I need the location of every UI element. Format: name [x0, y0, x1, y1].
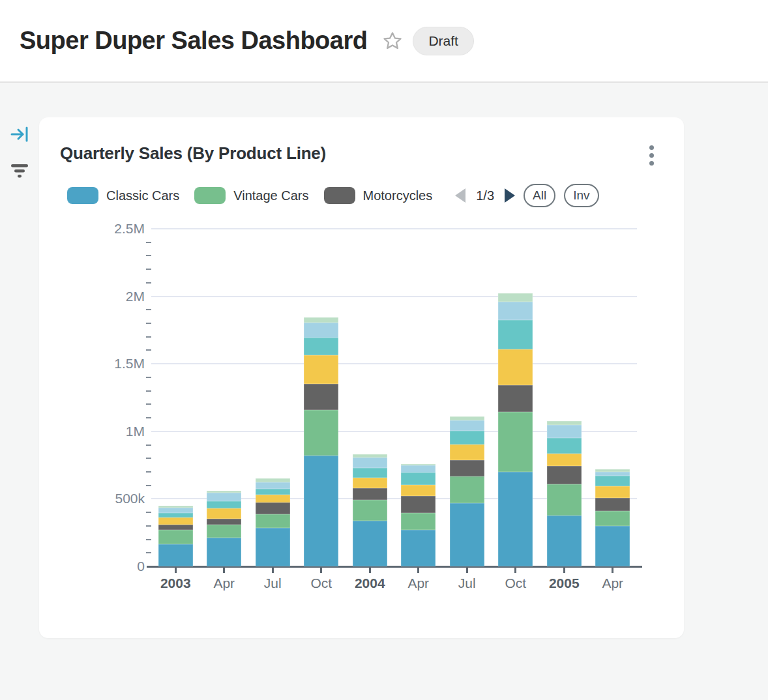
bar-segment-motorcycles[interactable] — [304, 384, 338, 410]
bar-segment-unlabeled-7[interactable] — [158, 506, 193, 508]
bar-segment-unlabeled-4[interactable] — [158, 518, 193, 525]
bar-segment-unlabeled-4[interactable] — [256, 495, 290, 503]
filter-button[interactable] — [8, 159, 31, 182]
bar-segment-classic-cars[interactable] — [401, 530, 436, 566]
favorite-star-button[interactable] — [381, 30, 404, 52]
bar-segment-motorcycles[interactable] — [401, 496, 436, 513]
bar-segment-classic-cars[interactable] — [353, 521, 387, 566]
x-tick-label: Oct — [297, 576, 346, 591]
bar-segment-unlabeled-6[interactable] — [304, 323, 338, 338]
y-minor-tick — [146, 390, 151, 392]
x-tick-label: 2005 — [540, 576, 588, 591]
bar-segment-motorcycles[interactable] — [450, 460, 484, 476]
bar-segment-unlabeled-4[interactable] — [304, 355, 338, 384]
x-tick — [223, 568, 225, 573]
bar-segment-unlabeled-7[interactable] — [256, 478, 290, 482]
bar-segment-unlabeled-7[interactable] — [401, 464, 436, 466]
bar-segment-unlabeled-4[interactable] — [450, 445, 484, 460]
status-badge: Draft — [413, 27, 474, 55]
bar-segment-unlabeled-4[interactable] — [401, 485, 436, 495]
bar-segment-unlabeled-6[interactable] — [207, 493, 241, 501]
bar-segment-vintage-cars[interactable] — [547, 484, 582, 516]
bar-segment-motorcycles[interactable] — [256, 503, 290, 514]
bar-segment-classic-cars[interactable] — [450, 503, 484, 566]
bar-segment-unlabeled-7[interactable] — [595, 469, 630, 472]
bar-segment-motorcycles[interactable] — [595, 498, 630, 512]
bar-segment-unlabeled-4[interactable] — [207, 508, 241, 519]
bar-segment-unlabeled-4[interactable] — [353, 478, 387, 488]
bar-segment-unlabeled-4[interactable] — [595, 486, 630, 498]
chart-card: Quarterly Sales (By Product Line) Classi… — [39, 117, 684, 638]
x-tick — [272, 568, 274, 573]
bar-segment-unlabeled-6[interactable] — [450, 420, 484, 431]
bar-segment-unlabeled-7[interactable] — [304, 317, 338, 323]
x-tick — [612, 568, 613, 573]
x-tick-label: Oct — [492, 576, 540, 591]
bar-segment-unlabeled-5[interactable] — [547, 438, 582, 454]
y-tick-label: 500k — [104, 491, 145, 506]
bar-segment-vintage-cars[interactable] — [256, 514, 290, 528]
bar-segment-unlabeled-7[interactable] — [207, 491, 241, 493]
bar-segment-unlabeled-5[interactable] — [207, 501, 241, 508]
bar-segment-vintage-cars[interactable] — [158, 530, 193, 544]
bar-segment-motorcycles[interactable] — [498, 385, 533, 413]
bar-segment-unlabeled-7[interactable] — [547, 421, 582, 425]
bar-segment-unlabeled-7[interactable] — [353, 454, 387, 458]
app-header: Super Duper Sales Dashboard Draft — [0, 0, 768, 83]
arrow-to-bar-icon — [10, 126, 29, 143]
bar-segment-unlabeled-6[interactable] — [547, 425, 582, 438]
bar-segment-unlabeled-6[interactable] — [256, 482, 290, 489]
filter-icon — [10, 162, 29, 179]
bar-segment-classic-cars[interactable] — [256, 528, 290, 566]
x-tick — [320, 568, 322, 573]
bar-segment-unlabeled-5[interactable] — [401, 473, 436, 486]
bar-segment-classic-cars[interactable] — [498, 472, 533, 566]
bar-segment-vintage-cars[interactable] — [595, 511, 630, 525]
left-rail — [8, 123, 34, 196]
bar-segment-unlabeled-5[interactable] — [256, 489, 290, 494]
bar-segment-classic-cars[interactable] — [158, 544, 193, 566]
y-minor-tick — [146, 525, 151, 527]
bar-segment-unlabeled-4[interactable] — [547, 454, 582, 466]
bar-segment-classic-cars[interactable] — [304, 456, 338, 566]
y-tick-label: 2.5M — [104, 221, 145, 237]
bar-segment-vintage-cars[interactable] — [207, 525, 241, 538]
bar-segment-motorcycles[interactable] — [547, 466, 582, 484]
bar-segment-unlabeled-6[interactable] — [158, 508, 193, 513]
bar-segment-classic-cars[interactable] — [595, 526, 630, 566]
bar-segment-classic-cars[interactable] — [207, 538, 241, 566]
bar-segment-unlabeled-6[interactable] — [595, 472, 630, 476]
bar-segment-vintage-cars[interactable] — [401, 513, 436, 530]
bar-segment-unlabeled-6[interactable] — [353, 458, 387, 468]
bar-segment-unlabeled-6[interactable] — [498, 302, 533, 320]
bar-segment-motorcycles[interactable] — [158, 525, 193, 530]
x-tick — [369, 568, 371, 573]
page-title: Super Duper Sales Dashboard — [20, 27, 367, 55]
bar-segment-vintage-cars[interactable] — [304, 410, 338, 456]
bar-segment-vintage-cars[interactable] — [450, 476, 484, 503]
bar-segment-unlabeled-5[interactable] — [498, 320, 533, 350]
bar-segment-unlabeled-5[interactable] — [353, 468, 387, 478]
bar-segment-unlabeled-4[interactable] — [498, 349, 533, 385]
y-minor-tick — [146, 445, 151, 446]
y-minor-tick — [146, 309, 151, 310]
bar-segment-unlabeled-5[interactable] — [450, 431, 484, 445]
x-tick — [514, 568, 516, 573]
bar-segment-vintage-cars[interactable] — [353, 500, 387, 521]
y-minor-tick — [146, 269, 151, 270]
gridline — [151, 228, 637, 229]
bar-segment-motorcycles[interactable] — [207, 519, 241, 525]
gridline — [151, 296, 637, 297]
bar-segment-classic-cars[interactable] — [547, 516, 582, 566]
bar-segment-unlabeled-5[interactable] — [158, 513, 193, 518]
bar-segment-unlabeled-5[interactable] — [304, 338, 338, 355]
bar-segment-vintage-cars[interactable] — [498, 412, 533, 472]
collapse-panel-button[interactable] — [8, 123, 31, 146]
bar-segment-motorcycles[interactable] — [353, 488, 387, 500]
bar-segment-unlabeled-7[interactable] — [450, 416, 484, 420]
x-tick — [417, 568, 419, 573]
bar-segment-unlabeled-5[interactable] — [595, 476, 630, 486]
bar-segment-unlabeled-7[interactable] — [498, 293, 533, 302]
x-tick — [466, 568, 468, 573]
bar-segment-unlabeled-6[interactable] — [401, 465, 436, 472]
